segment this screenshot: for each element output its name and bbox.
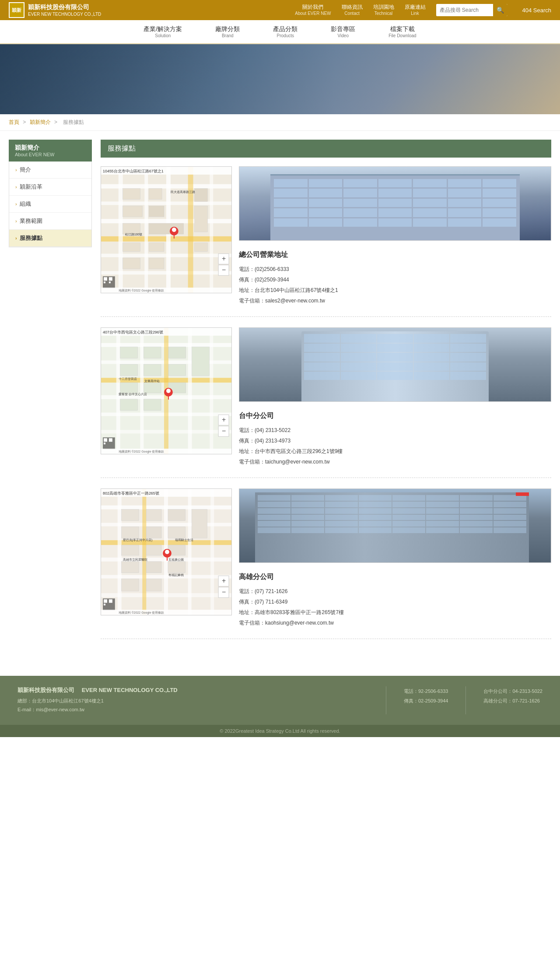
svg-text:地圖資料 ©2022 Google  使用條款: 地圖資料 ©2022 Google 使用條款 bbox=[118, 611, 164, 615]
hq-phone: 電話：(02)2506-6333 bbox=[239, 264, 551, 274]
taichung-phone: 電話：(04) 2313-5022 bbox=[239, 425, 551, 436]
svg-rect-108 bbox=[146, 562, 161, 573]
breadcrumb: 首頁 > 穎新簡介 > 服務據點 bbox=[0, 114, 560, 131]
kaohsiung-email: 電子信箱：kaohsiung@ever-new.com.tw bbox=[239, 618, 551, 628]
svg-text:民大道高寒路三路: 民大道高寒路三路 bbox=[171, 190, 195, 194]
footer-divider bbox=[386, 686, 386, 714]
location-kaohsiung: 802高雄市苓雅區中正一路265號 星巴克(苓正河中川店) 高雄市立民眾醫院 五… bbox=[101, 488, 551, 639]
taichung-address: 地址：台中市西屯區文心路三段296之1號9樓 bbox=[239, 446, 551, 457]
svg-text:−: − bbox=[222, 588, 226, 596]
svg-rect-107 bbox=[122, 562, 139, 573]
logo: 穎新 穎新科技股份有限公司 EVER NEW TECHNOLOGY CO.,LT… bbox=[9, 2, 101, 18]
svg-rect-50 bbox=[116, 328, 120, 454]
nav-products[interactable]: 產品分類 Products bbox=[270, 24, 301, 40]
breadcrumb-sep2: > bbox=[54, 119, 57, 125]
top-nav-contact[interactable]: 聯絡資訊 Contact bbox=[342, 4, 363, 17]
svg-point-70 bbox=[166, 389, 171, 393]
svg-text:星巴克(苓正河中川店): 星巴克(苓正河中川店) bbox=[123, 538, 153, 542]
top-bar: 穎新 穎新科技股份有限公司 EVER NEW TECHNOLOGY CO.,LT… bbox=[0, 0, 560, 20]
svg-rect-103 bbox=[122, 545, 139, 555]
svg-rect-95 bbox=[188, 489, 192, 615]
nav-download[interactable]: 檔案下載 File Download bbox=[385, 24, 420, 40]
svg-rect-12 bbox=[123, 189, 140, 200]
section-title: 服務據點 bbox=[101, 140, 551, 158]
svg-text:407台中市西屯區文心路三段296號: 407台中市西屯區文心路三段296號 bbox=[103, 330, 163, 334]
search-input[interactable] bbox=[436, 4, 493, 16]
taichung-photo bbox=[239, 327, 551, 402]
breadcrumb-about[interactable]: 穎新簡介 bbox=[30, 119, 51, 125]
sidebar-item-org[interactable]: › 組織 bbox=[9, 196, 91, 213]
svg-rect-104 bbox=[146, 545, 161, 555]
hq-address: 地址：台北市104中山區松江路67號4樓之1 bbox=[239, 285, 551, 295]
nav-brand[interactable]: 廠牌分類 Brand bbox=[212, 24, 243, 40]
footer-branches: 台中分公司：04-2313-5022 高雄分公司：07-721-1626 bbox=[483, 686, 542, 706]
nav-video[interactable]: 影音專區 Video bbox=[327, 24, 359, 40]
breadcrumb-home[interactable]: 首頁 bbox=[9, 119, 19, 125]
svg-text:十二月甘田店: 十二月甘田店 bbox=[119, 377, 137, 380]
logo-text: 穎新科技股份有限公司 EVER NEW TECHNOLOGY CO.,LTD bbox=[28, 3, 101, 17]
svg-rect-59 bbox=[144, 364, 161, 376]
search-404-label: 404 Search bbox=[522, 7, 552, 14]
svg-rect-40 bbox=[109, 281, 111, 283]
sidebar-item-locations[interactable]: › 服務據點 bbox=[9, 230, 91, 247]
kaohsiung-phone: 電話：(07) 721-1626 bbox=[239, 586, 551, 597]
svg-rect-92 bbox=[118, 489, 122, 615]
svg-text:10455台北市中山區松江路67號之1: 10455台北市中山區松江路67號之1 bbox=[103, 169, 164, 173]
search-box: 🔍 bbox=[436, 4, 508, 16]
top-nav-link[interactable]: 原廠連結 Link bbox=[405, 4, 426, 17]
svg-rect-60 bbox=[168, 364, 186, 376]
sidebar-item-scope[interactable]: › 業務範圍 bbox=[9, 213, 91, 230]
arrow-icon: › bbox=[15, 201, 17, 207]
search-button[interactable]: 🔍 bbox=[493, 4, 508, 16]
top-nav-about[interactable]: 關於我們 About EVER NEW bbox=[295, 4, 331, 17]
svg-rect-10 bbox=[188, 167, 193, 293]
main-content: 服務據點 bbox=[101, 140, 551, 650]
footer-content: 穎新科技股份有限公司 EVER NEW TECHNOLOGY CO.,LTD 總… bbox=[0, 676, 560, 725]
svg-text:文華高中站: 文華高中站 bbox=[144, 379, 160, 383]
map-taichung: 407台中市西屯區文心路三段296號 文華高中站 十二月甘田店 愛客室·台中文心… bbox=[101, 327, 232, 454]
svg-rect-64 bbox=[192, 347, 210, 376]
svg-rect-98 bbox=[146, 509, 161, 521]
svg-rect-56 bbox=[144, 347, 161, 358]
arrow-icon: › bbox=[15, 218, 17, 224]
taichung-email: 電子信箱：taichung@ever-new.com.tw bbox=[239, 457, 551, 467]
svg-rect-81 bbox=[104, 443, 105, 444]
taichung-info: 台中分公司 電話：(04) 2313-5022 傳真：(04) 2313-497… bbox=[239, 406, 551, 467]
logo-icon: 穎新 bbox=[9, 2, 24, 18]
svg-rect-38 bbox=[104, 281, 105, 283]
nav-solution[interactable]: 產業/解決方案 Solution bbox=[140, 24, 186, 40]
svg-rect-127 bbox=[104, 599, 107, 603]
taichung-title: 台中分公司 bbox=[239, 411, 551, 421]
svg-rect-61 bbox=[120, 383, 138, 393]
kaohsiung-photo bbox=[239, 488, 551, 563]
footer-contact: 電話：92-2506-6333 傳真：02-2509-3944 bbox=[404, 686, 448, 706]
svg-rect-100 bbox=[122, 527, 139, 538]
svg-text:地圖資料 ©2022 Google  使用條款: 地圖資料 ©2022 Google 使用條款 bbox=[118, 289, 164, 292]
svg-rect-15 bbox=[149, 206, 164, 217]
kaohsiung-info: 高雄分公司 電話：(07) 721-1626 傳真：(07) 711-6349 … bbox=[239, 567, 551, 628]
svg-rect-57 bbox=[168, 347, 186, 358]
kaohsiung-title: 高雄分公司 bbox=[239, 573, 551, 582]
svg-rect-80 bbox=[104, 438, 107, 442]
svg-rect-24 bbox=[149, 258, 164, 269]
hero-overlay bbox=[0, 44, 560, 114]
svg-text:有福記麻桃: 有福記麻桃 bbox=[168, 573, 184, 576]
svg-rect-82 bbox=[109, 438, 112, 442]
svg-text:802高雄市苓雅區中正一路265號: 802高雄市苓雅區中正一路265號 bbox=[103, 491, 159, 495]
svg-rect-17 bbox=[149, 223, 183, 234]
breadcrumb-sep1: > bbox=[23, 119, 26, 125]
arrow-icon: › bbox=[15, 184, 17, 190]
hq-info-wrapper: 總公司營業地址 電話：(02)2506-6333 傳真：(02)2509-394… bbox=[239, 166, 551, 306]
top-nav-technical[interactable]: 培訓園地 Technical bbox=[373, 4, 394, 17]
sidebar-item-history[interactable]: › 穎新沿革 bbox=[9, 179, 91, 196]
svg-rect-62 bbox=[144, 383, 161, 393]
footer-address: 總部：台北市104中山區松江67號4樓之1 E-mail：mis@ever-ne… bbox=[18, 697, 368, 714]
svg-rect-8 bbox=[144, 167, 148, 293]
kaohsiung-fax: 傳真：(07) 711-6349 bbox=[239, 597, 551, 607]
footer-company-name: 穎新科技股份有限公司 EVER NEW TECHNOLOGY CO.,LTD bbox=[18, 686, 368, 694]
svg-text:−: − bbox=[222, 427, 226, 435]
sidebar-title: 穎新簡介 About EVER NEW bbox=[9, 140, 92, 162]
svg-point-115 bbox=[165, 550, 169, 554]
kaohsiung-info-wrapper: 高雄分公司 電話：(07) 721-1626 傳真：(07) 711-6349 … bbox=[239, 488, 551, 628]
sidebar-item-intro[interactable]: › 簡介 bbox=[9, 162, 91, 179]
